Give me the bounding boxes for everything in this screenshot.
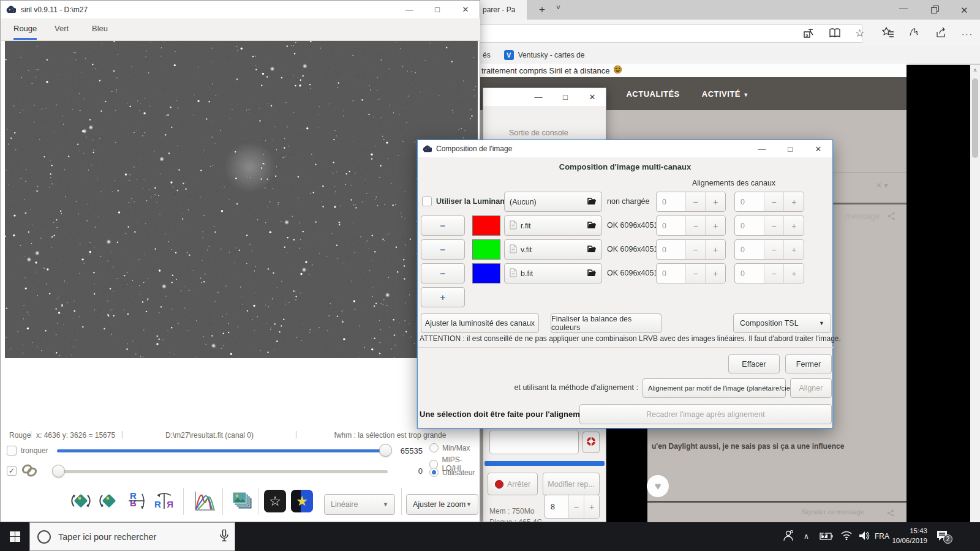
spin-minus[interactable]: − — [764, 216, 784, 235]
reading-view-icon[interactable] — [829, 28, 840, 40]
remove-channel-button[interactable]: − — [421, 216, 465, 236]
people-tray-icon[interactable] — [783, 530, 794, 542]
siril-maximize-button[interactable]: □ — [423, 1, 451, 18]
sequence-images-button[interactable] — [230, 489, 254, 516]
spin-minus[interactable]: − — [764, 264, 784, 283]
language-indicator[interactable]: FRA — [875, 532, 889, 541]
ink-pen-icon[interactable] — [909, 27, 921, 40]
browser-minimize-button[interactable]: — — [899, 6, 911, 13]
console-minimize-button[interactable]: — — [525, 88, 552, 106]
low-slider-handle[interactable] — [52, 465, 65, 478]
dialog-minimize-button[interactable]: — — [748, 140, 776, 158]
share-post-icon-2[interactable] — [887, 508, 894, 519]
stop-button[interactable]: Arrêter — [488, 473, 538, 495]
dialog-titlebar[interactable]: Composition de l'image — □ ✕ — [418, 140, 832, 157]
new-tab-button[interactable]: + — [534, 2, 550, 17]
spin-plus[interactable]: + — [783, 216, 804, 235]
translate-icon[interactable]: a — [804, 28, 814, 41]
browser-tab[interactable]: parer - Pa — [478, 0, 527, 20]
high-slider-handle[interactable] — [379, 444, 392, 457]
luminance-file-button[interactable]: (Aucun) — [504, 192, 602, 212]
flip-horizontal-button[interactable]: RR — [153, 489, 176, 515]
spin-plus[interactable]: + — [584, 495, 599, 518]
channel-color-swatch[interactable] — [472, 263, 500, 283]
tab-rouge[interactable]: Rouge — [13, 24, 37, 40]
clear-button[interactable]: Effacer — [728, 354, 780, 373]
luminance-dy-spinner[interactable]: 0−+ — [734, 192, 804, 212]
spin-minus[interactable]: − — [685, 264, 706, 283]
favorite-star-icon[interactable]: ☆ — [855, 27, 864, 40]
spin-plus[interactable]: + — [705, 192, 725, 211]
mode-radio-minmax[interactable]: Min/Max — [429, 443, 470, 452]
siril-close-button[interactable]: ✕ — [451, 1, 480, 18]
spin-plus[interactable]: + — [705, 264, 725, 283]
high-slider-track[interactable] — [57, 449, 388, 452]
browser-close-button[interactable]: ✕ — [960, 5, 968, 16]
spin-plus[interactable]: + — [783, 192, 804, 211]
spin-minus[interactable]: − — [685, 240, 706, 259]
siril-minimize-button[interactable]: — — [395, 1, 423, 18]
channel-dy-spinner[interactable]: 0−+ — [734, 263, 804, 283]
favorite-item-fragment[interactable]: és — [483, 51, 491, 59]
more-menu-icon[interactable]: ··· — [962, 29, 973, 39]
channel-dx-spinner[interactable]: 0−+ — [656, 263, 726, 283]
spin-minus[interactable]: − — [764, 192, 784, 211]
spin-plus[interactable]: + — [783, 240, 804, 259]
browser-restore-button[interactable] — [931, 5, 939, 16]
adjust-brightness-button[interactable]: Ajuster la luminosité des canaux — [421, 313, 539, 333]
low-slider-track[interactable] — [57, 470, 388, 473]
scale-mode-dropdown[interactable]: Linéaire▼ — [324, 494, 395, 515]
channel-file-button[interactable]: v.fit — [504, 239, 602, 260]
nav-item-activite[interactable]: ACTIVITÉ ▼ — [702, 89, 749, 99]
image-display-area[interactable] — [5, 41, 478, 358]
threads-spinner[interactable]: 8 − + — [545, 495, 600, 519]
share-post-icon[interactable] — [887, 212, 895, 223]
channel-file-button[interactable]: b.fit — [504, 263, 602, 283]
siril-titlebar[interactable]: siril v0.9.11 - D:\m27 — □ ✕ — [1, 1, 480, 18]
search-box[interactable]: Taper ici pour rechercher — [29, 522, 235, 551]
scroll-up-icon[interactable]: ∧ — [970, 65, 980, 73]
align-button[interactable]: Aligner — [790, 378, 832, 398]
link-checkbox[interactable]: ✓ — [7, 466, 17, 476]
align-method-dropdown[interactable]: Alignement par motif de l'image (planéta… — [643, 378, 786, 398]
use-luminance-checkbox[interactable] — [422, 197, 432, 206]
spin-minus[interactable]: − — [685, 192, 706, 211]
rotate-left-button[interactable] — [69, 489, 92, 515]
add-channel-button[interactable]: + — [421, 287, 465, 307]
remove-channel-button[interactable]: − — [421, 239, 465, 260]
start-button[interactable] — [0, 522, 29, 551]
tab-vert[interactable]: Vert — [55, 24, 69, 33]
notification-center-icon[interactable]: 2 — [936, 530, 948, 542]
console-close-button[interactable]: ✕ — [579, 88, 606, 106]
channel-dx-spinner[interactable]: 0−+ — [656, 239, 726, 260]
close-dialog-button[interactable]: Fermer — [785, 354, 832, 373]
mic-icon[interactable] — [220, 530, 228, 544]
spin-minus[interactable]: − — [568, 495, 584, 518]
flip-vertical-button[interactable]: RR — [126, 489, 148, 515]
dialog-maximize-button[interactable]: □ — [776, 140, 804, 158]
battery-icon[interactable] — [820, 532, 833, 540]
report-message-link[interactable]: Signaler ce message — [801, 508, 864, 515]
console-maximize-button[interactable]: □ — [552, 88, 579, 106]
favorites-list-icon[interactable] — [882, 27, 894, 40]
mode-radio-user[interactable]: Utilisateur — [429, 468, 475, 477]
channel-file-button[interactable]: r.fit — [504, 216, 602, 236]
truncate-checkbox[interactable] — [7, 446, 17, 455]
browser-scrollbar[interactable]: ∧ — [970, 65, 980, 522]
histogram-button[interactable] — [192, 488, 217, 516]
spin-plus[interactable]: + — [705, 216, 725, 235]
rotate-right-button[interactable] — [97, 489, 121, 515]
like-button[interactable]: ♥ — [647, 475, 669, 497]
clock[interactable]: 15:43 10/06/2019 — [889, 526, 927, 545]
collapse-post-icons[interactable]: ✕ ▾ — [876, 181, 888, 190]
zoom-dropdown[interactable]: Ajuster le zoom▼ — [406, 494, 478, 515]
finalize-color-balance-button[interactable]: Finaliser la balance des couleurs — [551, 313, 662, 333]
spin-minus[interactable]: − — [764, 240, 784, 259]
modify-dir-button[interactable]: Modifier rep... — [543, 473, 600, 495]
tab-bleu[interactable]: Bleu — [92, 24, 108, 33]
dialog-close-button[interactable]: ✕ — [804, 140, 832, 158]
spin-plus[interactable]: + — [705, 240, 725, 259]
tray-expand-icon[interactable]: ∧ — [804, 532, 809, 541]
share-icon[interactable] — [936, 27, 948, 40]
console-tab-label[interactable]: Sortie de console — [509, 129, 568, 137]
